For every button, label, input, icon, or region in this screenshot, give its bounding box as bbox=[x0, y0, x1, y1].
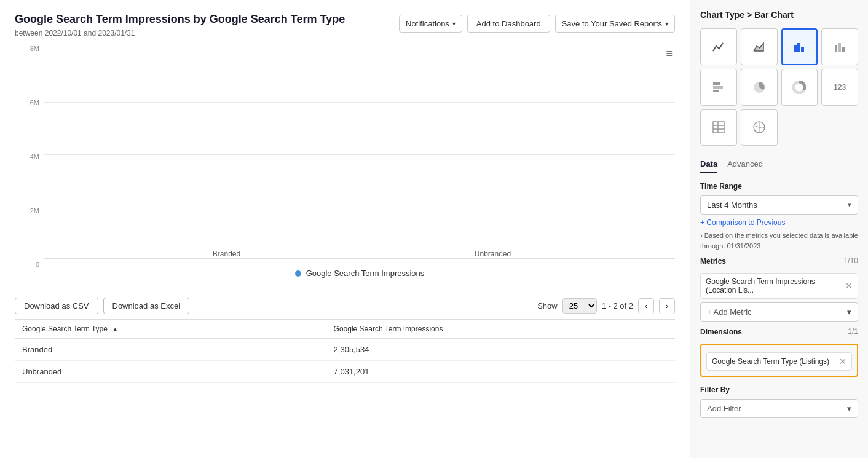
chart-type-bar-grouped[interactable] bbox=[781, 28, 818, 65]
table-row: Unbranded7,031,201 bbox=[15, 361, 675, 383]
table-row: Branded2,305,534 bbox=[15, 339, 675, 361]
svg-rect-8 bbox=[713, 90, 719, 92]
time-range-label: Time Range bbox=[700, 182, 858, 191]
chart-type-area[interactable] bbox=[741, 28, 778, 65]
metrics-count: 1/10 bbox=[844, 256, 858, 265]
metrics-section-header: Metrics 1/10 bbox=[700, 251, 858, 270]
save-reports-caret: ▾ bbox=[665, 20, 668, 27]
y-label-4m: 4M bbox=[30, 153, 39, 160]
chart-type-pie[interactable] bbox=[741, 69, 778, 106]
report-title: Google Search Term Impressions by Google… bbox=[15, 12, 345, 38]
grid-lines bbox=[44, 50, 675, 258]
table-chart-icon bbox=[712, 120, 725, 134]
chart-type-map[interactable] bbox=[741, 109, 778, 146]
area-chart-icon bbox=[752, 40, 766, 53]
y-axis: 8M 6M 4M 2M 0 bbox=[15, 45, 43, 268]
save-reports-label: Save to Your Saved Reports bbox=[562, 19, 662, 28]
prev-page-button[interactable]: ‹ bbox=[638, 298, 654, 314]
show-label: Show bbox=[537, 301, 558, 310]
chart-type-table[interactable] bbox=[700, 109, 737, 146]
donut-chart-icon bbox=[792, 81, 806, 94]
metrics-label: Metrics bbox=[700, 257, 726, 266]
chart-type-donut[interactable] bbox=[781, 69, 818, 106]
chart-type-bar-single[interactable] bbox=[821, 28, 858, 65]
add-filter-button[interactable]: Add Filter ▾ bbox=[700, 399, 858, 418]
svg-rect-3 bbox=[835, 45, 837, 52]
data-avail-text: Based on the metrics you selected data i… bbox=[700, 232, 858, 250]
report-header: Google Search Term Impressions by Google… bbox=[15, 12, 675, 38]
notifications-label: Notifications bbox=[406, 19, 449, 28]
y-label-2m: 2M bbox=[30, 207, 39, 215]
y-label-0: 0 bbox=[36, 261, 39, 268]
save-reports-button[interactable]: Save to Your Saved Reports ▾ bbox=[555, 15, 675, 33]
col-header-term-type[interactable]: Google Search Term Type ▲ bbox=[15, 320, 326, 339]
dimension-item-remove-0[interactable]: ✕ bbox=[839, 357, 846, 366]
chart-type-bar-horizontal[interactable] bbox=[700, 69, 737, 106]
next-page-button[interactable]: › bbox=[659, 298, 675, 314]
comparison-link[interactable]: + Comparison to Previous bbox=[700, 218, 858, 227]
col-label-term-type: Google Search Term Type bbox=[22, 325, 108, 333]
chart-type-grid: 123 bbox=[700, 28, 858, 146]
y-label-8m: 8M bbox=[30, 45, 39, 52]
chart-type-number[interactable]: 123 bbox=[821, 69, 858, 106]
grid-line-25 bbox=[44, 102, 675, 103]
metric-item-label-0: Google Search Term Impressions (Location… bbox=[706, 277, 845, 294]
svg-rect-0 bbox=[794, 45, 797, 52]
page-title: Google Search Term Impressions by Google… bbox=[15, 12, 345, 26]
map-chart-icon bbox=[752, 120, 766, 134]
cell-impressions: 7,031,201 bbox=[326, 361, 675, 383]
page-range: 1 - 2 of 2 bbox=[602, 301, 633, 310]
dimensions-box: Google Search Term Type (Listings) ✕ bbox=[700, 344, 858, 377]
dimension-item-0: Google Search Term Type (Listings) ✕ bbox=[706, 352, 852, 371]
panel-tabs: Data Advanced bbox=[700, 156, 858, 173]
grid-line-50 bbox=[44, 154, 675, 155]
line-chart-icon bbox=[712, 40, 725, 53]
metric-item-remove-0[interactable]: ✕ bbox=[845, 281, 853, 291]
dimensions-count: 1/1 bbox=[848, 327, 858, 336]
metric-item-0: Google Search Term Impressions (Location… bbox=[700, 273, 858, 299]
add-metric-label: + Add Metric bbox=[707, 307, 752, 317]
notifications-caret: ▾ bbox=[452, 20, 456, 27]
grid-line-top bbox=[44, 50, 675, 50]
download-excel-button[interactable]: Download as Excel bbox=[103, 298, 190, 314]
per-page-select[interactable]: 25 10 50 100 bbox=[562, 298, 597, 314]
pie-chart-icon bbox=[752, 81, 766, 94]
svg-rect-5 bbox=[842, 47, 845, 52]
col-header-impressions[interactable]: Google Search Term Impressions bbox=[326, 320, 675, 339]
y-label-6m: 6M bbox=[30, 99, 39, 106]
chart-inner: 8M 6M 4M 2M 0 Branded bbox=[15, 45, 675, 290]
col-label-impressions: Google Search Term Impressions bbox=[334, 325, 443, 333]
number-chart-icon: 123 bbox=[834, 83, 846, 92]
legend-dot bbox=[295, 270, 301, 277]
table-body: Branded2,305,534Unbranded7,031,201 bbox=[15, 339, 675, 383]
download-csv-button[interactable]: Download as CSV bbox=[15, 298, 98, 314]
data-table: Google Search Term Type ▲ Google Search … bbox=[15, 319, 675, 383]
bar-chart-single-icon bbox=[833, 40, 846, 53]
filter-by-label: Filter By bbox=[700, 385, 858, 394]
report-subtitle: between 2022/10/01 and 2023/01/31 bbox=[15, 29, 345, 38]
grid-line-75 bbox=[44, 207, 675, 207]
pagination: Show 25 10 50 100 1 - 2 of 2 ‹ › bbox=[537, 298, 675, 314]
add-metric-button[interactable]: + Add Metric ▾ bbox=[700, 302, 858, 322]
bar-chart-grouped-icon bbox=[792, 40, 806, 53]
svg-rect-1 bbox=[797, 43, 800, 52]
main-content: Google Search Term Impressions by Google… bbox=[0, 0, 690, 458]
add-dashboard-button[interactable]: Add to Dashboard bbox=[467, 15, 550, 33]
chart-legend: Google Search Term Impressions bbox=[44, 269, 675, 278]
chart-bars-area: Branded Unbranded bbox=[44, 50, 675, 259]
time-range-dropdown[interactable]: Last 4 Months ▾ bbox=[700, 195, 858, 215]
tab-data[interactable]: Data bbox=[700, 156, 717, 173]
data-avail-toggle[interactable]: › bbox=[700, 232, 703, 239]
legend-label: Google Search Term Impressions bbox=[306, 269, 425, 278]
cell-term-type: Unbranded bbox=[15, 361, 326, 383]
notifications-button[interactable]: Notifications ▾ bbox=[399, 15, 462, 33]
time-range-arrow: ▾ bbox=[848, 201, 851, 209]
chart-container: ≡ 8M 6M 4M 2M 0 bbox=[15, 45, 675, 290]
add-dashboard-label: Add to Dashboard bbox=[476, 19, 541, 28]
chart-type-line[interactable] bbox=[700, 28, 737, 65]
add-filter-label: Add Filter bbox=[707, 404, 741, 413]
svg-rect-4 bbox=[838, 43, 841, 52]
dimension-item-label-0: Google Search Term Type (Listings) bbox=[712, 357, 829, 366]
tab-advanced[interactable]: Advanced bbox=[727, 156, 763, 173]
right-panel: Chart Type > Bar Chart bbox=[690, 0, 868, 458]
